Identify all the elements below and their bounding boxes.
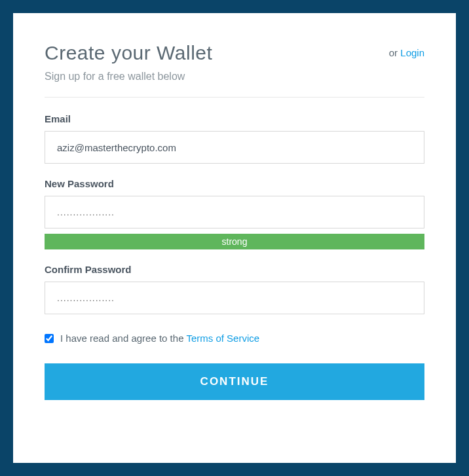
password-strength-bar: strong: [45, 234, 424, 249]
confirm-password-group: Confirm Password: [45, 264, 424, 314]
tos-text: I have read and agree to the Terms of Se…: [60, 333, 259, 344]
header-row: Create your Wallet or Login: [45, 42, 424, 64]
login-prefix: or: [389, 47, 401, 58]
new-password-group: New Password strong: [45, 178, 424, 249]
login-section: or Login: [389, 42, 424, 58]
confirm-password-label: Confirm Password: [45, 264, 424, 275]
tos-prefix: I have read and agree to the: [60, 333, 186, 344]
email-group: Email: [45, 113, 424, 164]
email-label: Email: [45, 113, 424, 124]
tos-link[interactable]: Terms of Service: [186, 333, 259, 344]
login-link[interactable]: Login: [400, 47, 424, 58]
new-password-field[interactable]: [45, 196, 424, 229]
page-title: Create your Wallet: [45, 42, 212, 64]
header-divider: [45, 97, 424, 98]
tos-row: I have read and agree to the Terms of Se…: [45, 333, 424, 344]
new-password-label: New Password: [45, 178, 424, 189]
continue-button[interactable]: CONTINUE: [45, 363, 424, 400]
page-subtitle: Sign up for a free wallet below: [45, 71, 424, 82]
email-field[interactable]: [45, 131, 424, 164]
confirm-password-field[interactable]: [45, 282, 424, 314]
tos-checkbox[interactable]: [45, 334, 54, 343]
create-wallet-card: Create your Wallet or Login Sign up for …: [13, 13, 456, 463]
